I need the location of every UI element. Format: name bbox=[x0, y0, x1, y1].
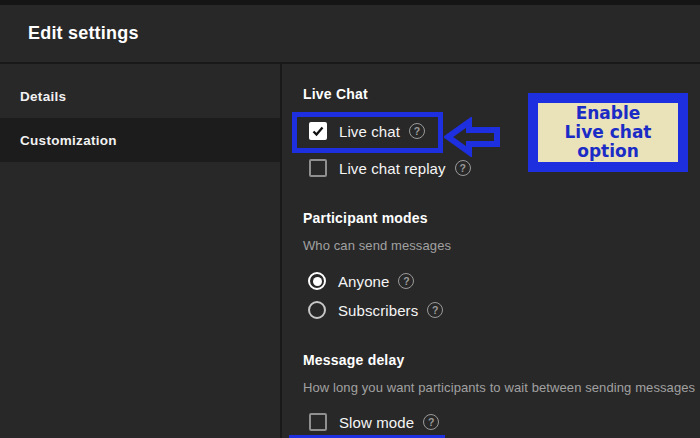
participant-modes-description: Who can send messages bbox=[303, 238, 451, 253]
sidebar-item-details[interactable]: Details bbox=[0, 74, 280, 118]
annotation-arrow-left-icon bbox=[444, 117, 501, 157]
sidebar-item-label: Customization bbox=[20, 133, 117, 148]
live-chat-replay-row[interactable]: Live chat replay ? bbox=[309, 158, 471, 178]
subscribers-label[interactable]: Subscribers bbox=[338, 302, 418, 319]
section-title-participant-modes: Participant modes bbox=[303, 210, 428, 226]
subscribers-row[interactable]: Subscribers ? bbox=[308, 300, 443, 320]
annotation-callout-box: Enable Live chat option bbox=[528, 93, 688, 172]
help-icon[interactable]: ? bbox=[423, 414, 439, 430]
annotation-callout-line: option bbox=[577, 142, 639, 161]
radio-dot bbox=[313, 277, 322, 286]
help-icon[interactable]: ? bbox=[427, 302, 443, 318]
slow-mode-checkbox[interactable] bbox=[309, 413, 327, 431]
page-title: Edit settings bbox=[28, 23, 139, 44]
edit-settings-dialog: Edit settings Details Customization Live… bbox=[0, 0, 700, 438]
subscribers-radio[interactable] bbox=[308, 301, 326, 319]
live-chat-replay-label[interactable]: Live chat replay bbox=[339, 160, 446, 177]
help-icon[interactable]: ? bbox=[398, 273, 414, 289]
anyone-radio[interactable] bbox=[308, 272, 326, 290]
slow-mode-row[interactable]: Slow mode ? bbox=[309, 412, 439, 432]
anyone-label[interactable]: Anyone bbox=[338, 273, 389, 290]
section-title-message-delay: Message delay bbox=[303, 352, 404, 368]
anyone-row[interactable]: Anyone ? bbox=[308, 271, 414, 291]
sidebar-item-label: Details bbox=[20, 89, 66, 104]
annotation-callout-line: Live chat bbox=[565, 123, 652, 142]
sidebar-item-customization[interactable]: Customization bbox=[0, 118, 280, 162]
section-title-live-chat: Live Chat bbox=[303, 86, 368, 102]
message-delay-description: How long you want participants to wait b… bbox=[303, 380, 695, 395]
help-icon[interactable]: ? bbox=[455, 160, 471, 176]
annotation-callout-line: Enable bbox=[576, 104, 641, 123]
live-chat-replay-checkbox[interactable] bbox=[309, 159, 327, 177]
dialog-header: Edit settings bbox=[0, 5, 700, 62]
annotation-highlight-rect bbox=[292, 112, 443, 153]
slow-mode-label[interactable]: Slow mode bbox=[339, 414, 414, 431]
annotation-callout-inner: Enable Live chat option bbox=[538, 103, 678, 162]
sidebar: Details Customization bbox=[0, 64, 280, 438]
